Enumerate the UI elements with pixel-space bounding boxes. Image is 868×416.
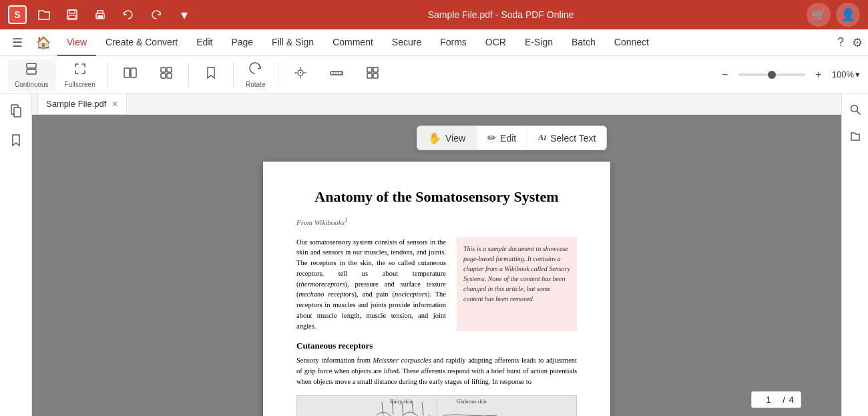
menu-item-edit[interactable]: Edit xyxy=(187,29,222,56)
cart-icon[interactable]: 🛒 xyxy=(807,3,831,27)
bookmarks-btn[interactable] xyxy=(4,128,28,152)
screenshot-icon xyxy=(293,65,308,83)
svg-rect-5 xyxy=(27,63,36,68)
float-select-text-btn[interactable]: AI Select Text xyxy=(527,128,606,149)
ruler-btn[interactable] xyxy=(320,63,353,86)
svg-line-34 xyxy=(422,402,423,415)
toolbar-sep-2 xyxy=(188,63,189,87)
svg-rect-12 xyxy=(161,73,166,78)
help-icon[interactable]: ? xyxy=(837,35,844,49)
title-bar: S ▾ Sample File.pdf - Soda PDF Online 🛒 … xyxy=(0,0,868,29)
print-icon[interactable] xyxy=(89,4,111,25)
zoom-in-btn[interactable]: + xyxy=(811,67,827,83)
pdf-document: Anatomy of the Somatosensory System From… xyxy=(263,162,610,416)
home-button[interactable]: 🏠 xyxy=(29,35,57,50)
zoom-out-btn[interactable]: − xyxy=(717,67,733,83)
float-edit-btn[interactable]: ✏ Edit xyxy=(477,126,527,150)
files-panel-btn[interactable] xyxy=(845,126,866,147)
float-select-text-label: Select Text xyxy=(550,133,596,144)
pdf-title: Anatomy of the Somatosensory System xyxy=(296,188,577,206)
menu-item-view[interactable]: View xyxy=(57,29,96,56)
tab-close-btn[interactable]: ✕ xyxy=(112,99,118,109)
pdf-section-text: Sensory information from Meissner corpus… xyxy=(296,355,577,387)
svg-line-30 xyxy=(382,402,383,415)
fullscreen-btn[interactable]: Fullscreen xyxy=(58,59,102,91)
redo-icon[interactable] xyxy=(146,4,167,25)
svg-rect-13 xyxy=(167,73,172,78)
hamburger-menu[interactable]: ☰ xyxy=(5,35,29,50)
float-view-btn[interactable]: ✋ View xyxy=(417,126,477,150)
rotate-icon xyxy=(248,61,263,79)
view-toolbar: Continuous Fullscreen Rotate xyxy=(0,56,868,93)
page-current-input[interactable] xyxy=(758,395,779,405)
pdf-figure-image: Hairy skin Glabrous skin xyxy=(296,395,577,416)
rotate-btn[interactable]: Rotate xyxy=(239,59,272,91)
ruler-icon xyxy=(329,65,344,83)
search-panel-btn[interactable] xyxy=(845,99,866,120)
zoom-slider-thumb[interactable] xyxy=(768,71,776,79)
menu-item-batch[interactable]: Batch xyxy=(562,29,605,56)
pdf-figure: Hairy skin Glabrous skin xyxy=(296,395,577,416)
hand-icon: ✋ xyxy=(428,132,441,144)
window-title: Sample File.pdf - Soda PDF Online xyxy=(428,9,574,20)
menu-item-fill-sign[interactable]: Fill & Sign xyxy=(262,29,323,56)
document-area[interactable]: ✋ View ✏ Edit AI Select Text Anatomy of … xyxy=(32,115,841,416)
menu-item-secure[interactable]: Secure xyxy=(383,29,431,56)
more-options-icon[interactable]: ▾ xyxy=(174,4,195,25)
continuous-label: Continuous xyxy=(15,81,49,88)
save-icon[interactable] xyxy=(61,4,83,25)
grid-btn[interactable] xyxy=(356,63,389,86)
svg-rect-4 xyxy=(97,15,103,18)
pdf-image-area: Hairy skin Glabrous skin xyxy=(296,395,577,416)
edit-pen-icon: ✏ xyxy=(487,132,496,144)
title-bar-right: 🛒 👤 xyxy=(807,3,860,27)
menu-item-forms[interactable]: Forms xyxy=(431,29,476,56)
open-file-icon[interactable] xyxy=(33,4,55,25)
page-separator: / xyxy=(783,395,785,405)
menu-right-actions: ? ⚙ xyxy=(837,35,863,50)
pdf-section-title: Cutaneous receptors xyxy=(296,341,577,351)
zoom-slider[interactable] xyxy=(738,73,805,76)
menu-item-connect[interactable]: Connect xyxy=(605,29,658,56)
menu-bar: ☰ 🏠 View Create & Convert Edit Page Fill… xyxy=(0,29,868,56)
pdf-tab[interactable]: Sample File.pdf ✕ xyxy=(37,93,127,114)
menu-item-page[interactable]: Page xyxy=(222,29,262,56)
title-bar-left: S ▾ xyxy=(8,4,195,25)
app-logo: S xyxy=(8,5,27,24)
pdf-source: From Wikibooks1 xyxy=(296,216,577,226)
bookmark-icon xyxy=(204,65,218,83)
svg-rect-21 xyxy=(367,67,372,72)
toolbar-sep-1 xyxy=(107,63,108,87)
continuous-btn[interactable]: Continuous xyxy=(8,59,55,91)
pdf-side-note: This is a sample document to showcase pa… xyxy=(457,237,577,332)
menu-item-create-convert[interactable]: Create & Convert xyxy=(96,29,187,56)
svg-rect-16 xyxy=(331,71,343,75)
bookmark-btn[interactable] xyxy=(194,63,228,86)
svg-rect-24 xyxy=(373,73,378,78)
zoom-chevron: ▾ xyxy=(855,69,860,79)
thumbnail-btn[interactable] xyxy=(150,63,183,86)
compare-btn[interactable] xyxy=(114,63,147,86)
right-panel xyxy=(841,93,868,416)
floating-toolbar: ✋ View ✏ Edit AI Select Text xyxy=(417,126,607,150)
svg-text:Hairy skin: Hairy skin xyxy=(390,399,413,405)
menu-item-comment[interactable]: Comment xyxy=(323,29,383,56)
svg-rect-11 xyxy=(167,67,172,72)
menu-item-e-sign[interactable]: E-Sign xyxy=(515,29,562,56)
fullscreen-label: Fullscreen xyxy=(65,81,95,88)
svg-line-42 xyxy=(857,112,860,115)
zoom-value[interactable]: 100% ▾ xyxy=(832,69,860,79)
page-counter: / 4 xyxy=(751,391,801,408)
page-thumbnail-btn[interactable] xyxy=(4,99,28,123)
svg-rect-6 xyxy=(27,69,36,74)
svg-text:Glabrous skin: Glabrous skin xyxy=(457,399,487,405)
grid-icon xyxy=(365,65,380,83)
svg-rect-23 xyxy=(367,73,372,78)
thumbnail-icon xyxy=(159,65,174,83)
undo-icon[interactable] xyxy=(118,4,139,25)
settings-icon[interactable]: ⚙ xyxy=(852,35,863,50)
screenshot-btn[interactable] xyxy=(284,63,317,86)
toolbar-sep-4 xyxy=(278,63,278,87)
user-icon[interactable]: 👤 xyxy=(836,3,860,27)
menu-item-ocr[interactable]: OCR xyxy=(476,29,515,56)
